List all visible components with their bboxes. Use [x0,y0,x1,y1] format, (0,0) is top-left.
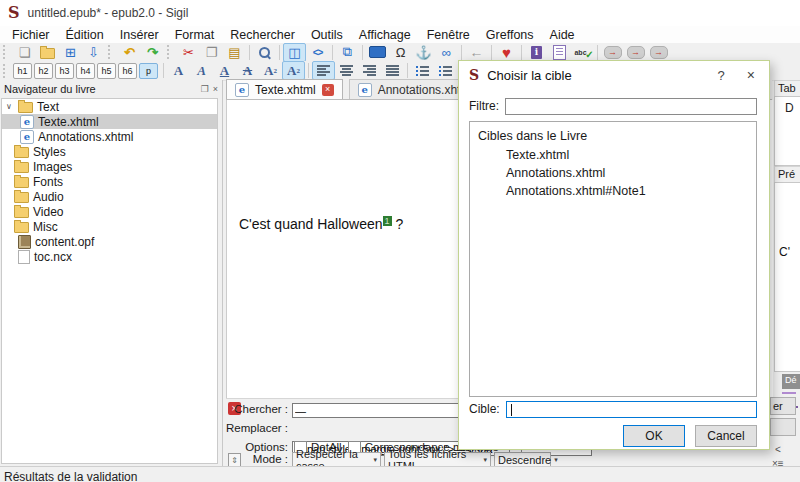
strikethrough-icon[interactable]: A [236,61,259,80]
dialog-close-icon[interactable]: × [743,67,759,83]
heading-5-button[interactable]: h5 [97,63,116,79]
plugin-3-icon[interactable]: → [647,43,670,62]
tree-item-audio[interactable]: Audio [2,189,217,204]
code-view-icon[interactable]: <> [306,43,329,62]
folder-glyph-icon [40,48,55,59]
tree-item-styles[interactable]: Styles [2,144,217,159]
numbered-list-icon[interactable] [434,61,457,80]
align-right-icon[interactable] [358,61,381,80]
plugin-1-icon[interactable]: → [601,43,624,62]
mode-direction-dropdown[interactable]: Descendre ▾ [494,452,551,467]
html-file-icon: e [358,83,372,97]
heading-6-button[interactable]: h6 [118,63,137,79]
italic-icon[interactable]: A [190,61,213,80]
target-item-texte[interactable]: Texte.xhtml [470,143,756,161]
chevron-left-icon[interactable]: < [775,444,781,455]
target-input[interactable] [506,401,757,418]
heading-3-button[interactable]: h3 [55,63,74,79]
cut-icon[interactable]: ✂ [177,43,200,62]
align-justify-icon[interactable] [381,61,404,80]
bullet-list-icon[interactable] [411,61,434,80]
insert-image-icon[interactable] [366,43,389,62]
book-view-icon[interactable]: ◫ [283,43,306,62]
menu-fenetre[interactable]: Fenêtre [419,27,478,43]
tree-item-annotations-xhtml[interactable]: e Annotations.xhtml [2,129,217,144]
book-browser-header: Navigateur du livre ❐ × [0,80,222,98]
dock-close-icon[interactable]: × [213,84,218,94]
heading-2-button[interactable]: h2 [34,63,53,79]
targets-list[interactable]: Cibles dans le Livre Texte.xhtml Annotat… [469,121,757,397]
tab-close-icon[interactable]: × [322,84,334,96]
menu-fichier[interactable]: Fichier [4,27,58,43]
dock-float-icon[interactable]: ❐ [201,84,209,94]
menu-edition[interactable]: Édition [58,27,112,43]
clipped-replace-button[interactable]: er [770,397,796,415]
reports-icon[interactable] [548,43,571,62]
align-center-icon[interactable] [335,61,358,80]
align-justify-glyph [386,65,399,76]
tab-texte-xhtml[interactable]: e Texte.xhtml × [226,79,343,99]
paste-icon[interactable]: ▤ [223,43,246,62]
tree-item-images[interactable]: Images [2,159,217,174]
link-icon[interactable]: ∞ [435,43,458,62]
undo-icon[interactable]: ↶ [118,43,141,62]
add-existing-file-icon[interactable]: ⊞ [59,43,82,62]
menu-rechercher[interactable]: Rechercher [222,27,303,43]
preview-window-icon[interactable]: ⧉ [336,43,359,62]
bold-icon[interactable]: A [167,61,190,80]
ok-button[interactable]: OK [623,425,685,447]
menu-affichage[interactable]: Affichage [351,27,419,43]
filter-input[interactable] [505,98,757,115]
subscript-icon[interactable]: A2 [259,61,282,80]
new-file-icon[interactable]: ❏ [13,43,36,62]
save-icon[interactable]: ⇩ [82,43,105,62]
menu-aide[interactable]: Aide [542,27,583,43]
spellcheck-icon[interactable]: abc [571,43,594,62]
menu-format[interactable]: Format [167,27,223,43]
chevron-down-icon[interactable]: ∨ [4,102,14,111]
superscript-icon[interactable]: A2 [282,61,305,80]
editor-text-line[interactable]: C'est quand Halloween1 ? [239,216,403,232]
inspector-tab[interactable]: Dé [782,374,800,389]
toc-panel[interactable]: D [774,96,800,166]
tree-item-misc[interactable]: Misc [2,219,217,234]
heading-1-button[interactable]: h1 [13,63,32,79]
menu-greffons[interactable]: Greffons [478,27,542,43]
align-left-icon[interactable] [312,61,335,80]
plugin-2-icon[interactable]: → [624,43,647,62]
paragraph-button[interactable]: p [139,63,158,79]
back-icon[interactable]: ← [465,43,488,62]
tree-item-text-folder[interactable]: ∨ Text [2,99,217,114]
anchor-icon[interactable]: ⚓ [412,43,435,62]
mode-case-dropdown[interactable]: Respecter la casse ▾ [292,452,381,467]
find-icon[interactable] [253,43,276,62]
tree-item-toc-ncx[interactable]: toc.ncx [2,249,217,264]
cancel-button[interactable]: Cancel [695,425,757,447]
tree-item-texte-xhtml[interactable]: e Texte.xhtml [2,114,217,129]
metadata-editor-icon[interactable]: i [525,43,548,62]
footnote-marker[interactable]: 1 [383,216,392,226]
underline-icon[interactable]: A [213,61,236,80]
tree-item-content-opf[interactable]: content.opf [2,234,217,249]
tree-item-fonts[interactable]: Fonts [2,174,217,189]
copy-icon[interactable]: ❐ [200,43,223,62]
redo-icon[interactable]: ↷ [141,43,164,62]
open-file-icon[interactable] [36,43,59,62]
heading-4-button[interactable]: h4 [76,63,95,79]
clipped-button[interactable] [770,418,796,436]
target-item-note1[interactable]: Annotations.xhtml#Note1 [470,179,756,197]
mode-files-dropdown[interactable]: Tous les fichiers HTML ▾ [384,452,491,467]
plugin-glyph-icon: → [604,46,622,59]
menu-outils[interactable]: Outils [303,27,351,43]
editor-text-after: ? [392,216,404,232]
dialog-title-bar[interactable]: S Choisir la cible ? × [459,61,769,89]
special-character-icon[interactable]: Ω [389,43,412,62]
target-item-annotations[interactable]: Annotations.xhtml [470,161,756,179]
tree-item-video[interactable]: Video [2,204,217,219]
menu-inserer[interactable]: Insérer [112,27,167,43]
tree-label: Images [33,160,72,174]
donate-heart-icon[interactable]: ♥ [495,43,518,62]
dialog-help-icon[interactable]: ? [708,68,735,83]
toc-entry[interactable]: D [775,97,800,115]
folder-icon [14,192,29,203]
